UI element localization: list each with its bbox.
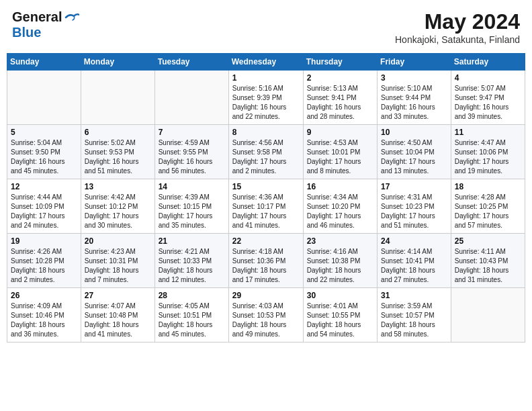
day-info: Sunrise: 4:28 AM Sunset: 10:25 PM Daylig… bbox=[455, 193, 521, 230]
calendar-cell: 24Sunrise: 4:14 AM Sunset: 10:41 PM Dayl… bbox=[378, 234, 451, 288]
calendar-cell: 4Sunrise: 5:07 AM Sunset: 9:47 PM Daylig… bbox=[451, 71, 525, 125]
calendar-table: SundayMondayTuesdayWednesdayThursdayFrid… bbox=[7, 53, 525, 342]
day-info: Sunrise: 4:44 AM Sunset: 10:09 PM Daylig… bbox=[11, 193, 77, 230]
day-number: 17 bbox=[381, 182, 447, 191]
day-info: Sunrise: 5:10 AM Sunset: 9:44 PM Dayligh… bbox=[381, 84, 447, 122]
calendar-week-row: 12Sunrise: 4:44 AM Sunset: 10:09 PM Dayl… bbox=[7, 179, 525, 234]
location: Honkajoki, Satakunta, Finland bbox=[395, 34, 520, 45]
day-number: 23 bbox=[307, 236, 373, 246]
day-number: 15 bbox=[232, 182, 300, 191]
day-info: Sunrise: 4:53 AM Sunset: 10:01 PM Daylig… bbox=[307, 138, 373, 176]
day-number: 28 bbox=[159, 291, 225, 300]
day-info: Sunrise: 4:01 AM Sunset: 10:55 PM Daylig… bbox=[307, 302, 373, 339]
calendar-cell: 8Sunrise: 4:56 AM Sunset: 9:58 PM Daylig… bbox=[228, 125, 303, 179]
day-number: 3 bbox=[381, 73, 447, 83]
day-number: 2 bbox=[307, 73, 373, 83]
calendar-week-row: 26Sunrise: 4:09 AM Sunset: 10:46 PM Dayl… bbox=[7, 288, 525, 342]
calendar-cell: 31Sunrise: 3:59 AM Sunset: 10:57 PM Dayl… bbox=[378, 288, 451, 342]
calendar-cell: 27Sunrise: 4:07 AM Sunset: 10:48 PM Dayl… bbox=[81, 288, 154, 342]
calendar-cell: 3Sunrise: 5:10 AM Sunset: 9:44 PM Daylig… bbox=[378, 71, 451, 125]
day-info: Sunrise: 4:07 AM Sunset: 10:48 PM Daylig… bbox=[85, 302, 151, 339]
logo: General Blue bbox=[12, 9, 79, 40]
day-info: Sunrise: 4:42 AM Sunset: 10:12 PM Daylig… bbox=[85, 193, 151, 230]
calendar-week-row: 5Sunrise: 5:04 AM Sunset: 9:50 PM Daylig… bbox=[7, 125, 525, 179]
calendar-cell: 2Sunrise: 5:13 AM Sunset: 9:41 PM Daylig… bbox=[303, 71, 377, 125]
calendar-cell: 9Sunrise: 4:53 AM Sunset: 10:01 PM Dayli… bbox=[303, 125, 377, 179]
calendar-week-row: 1Sunrise: 5:16 AM Sunset: 9:39 PM Daylig… bbox=[7, 71, 525, 125]
calendar-week-row: 19Sunrise: 4:26 AM Sunset: 10:28 PM Dayl… bbox=[7, 234, 525, 288]
logo-text-general: General bbox=[12, 9, 62, 25]
day-number: 1 bbox=[232, 73, 300, 83]
day-info: Sunrise: 4:05 AM Sunset: 10:51 PM Daylig… bbox=[159, 302, 225, 339]
calendar-cell: 6Sunrise: 5:02 AM Sunset: 9:53 PM Daylig… bbox=[81, 125, 154, 179]
day-number: 13 bbox=[85, 182, 151, 191]
day-number: 7 bbox=[159, 128, 225, 137]
month-title: May 2024 bbox=[395, 9, 520, 34]
weekday-header: Sunday bbox=[7, 54, 81, 71]
calendar-cell: 19Sunrise: 4:26 AM Sunset: 10:28 PM Dayl… bbox=[7, 234, 81, 288]
calendar-cell: 30Sunrise: 4:01 AM Sunset: 10:55 PM Dayl… bbox=[303, 288, 377, 342]
day-number: 5 bbox=[11, 128, 77, 137]
day-number: 31 bbox=[381, 291, 447, 300]
calendar-cell: 23Sunrise: 4:16 AM Sunset: 10:38 PM Dayl… bbox=[303, 234, 377, 288]
day-info: Sunrise: 4:14 AM Sunset: 10:41 PM Daylig… bbox=[381, 247, 447, 285]
calendar-cell: 12Sunrise: 4:44 AM Sunset: 10:09 PM Dayl… bbox=[7, 179, 81, 234]
day-number: 16 bbox=[307, 182, 373, 191]
calendar-cell: 15Sunrise: 4:36 AM Sunset: 10:17 PM Dayl… bbox=[228, 179, 303, 234]
calendar-cell: 5Sunrise: 5:04 AM Sunset: 9:50 PM Daylig… bbox=[7, 125, 81, 179]
day-info: Sunrise: 5:16 AM Sunset: 9:39 PM Dayligh… bbox=[232, 84, 300, 122]
day-info: Sunrise: 4:31 AM Sunset: 10:23 PM Daylig… bbox=[381, 193, 447, 230]
day-info: Sunrise: 3:59 AM Sunset: 10:57 PM Daylig… bbox=[381, 302, 447, 339]
calendar-cell: 11Sunrise: 4:47 AM Sunset: 10:06 PM Dayl… bbox=[451, 125, 525, 179]
day-info: Sunrise: 4:21 AM Sunset: 10:33 PM Daylig… bbox=[159, 247, 225, 285]
calendar-cell: 28Sunrise: 4:05 AM Sunset: 10:51 PM Dayl… bbox=[154, 288, 228, 342]
day-number: 30 bbox=[307, 291, 373, 300]
day-info: Sunrise: 4:03 AM Sunset: 10:53 PM Daylig… bbox=[232, 302, 300, 339]
day-number: 26 bbox=[11, 291, 77, 300]
day-number: 27 bbox=[85, 291, 151, 300]
day-info: Sunrise: 5:02 AM Sunset: 9:53 PM Dayligh… bbox=[85, 138, 151, 176]
day-info: Sunrise: 4:11 AM Sunset: 10:43 PM Daylig… bbox=[455, 247, 521, 285]
day-number: 14 bbox=[159, 182, 225, 191]
day-number: 29 bbox=[232, 291, 300, 300]
day-info: Sunrise: 4:23 AM Sunset: 10:31 PM Daylig… bbox=[85, 247, 151, 285]
day-info: Sunrise: 4:36 AM Sunset: 10:17 PM Daylig… bbox=[232, 193, 300, 230]
calendar-cell: 1Sunrise: 5:16 AM Sunset: 9:39 PM Daylig… bbox=[228, 71, 303, 125]
weekday-header: Wednesday bbox=[228, 54, 303, 71]
day-number: 4 bbox=[455, 73, 521, 83]
weekday-header: Friday bbox=[378, 54, 451, 71]
calendar-cell: 10Sunrise: 4:50 AM Sunset: 10:04 PM Dayl… bbox=[378, 125, 451, 179]
weekday-header: Thursday bbox=[303, 54, 377, 71]
day-number: 20 bbox=[85, 236, 151, 246]
weekday-header: Tuesday bbox=[154, 54, 228, 71]
day-number: 19 bbox=[11, 236, 77, 246]
logo-bird-icon bbox=[64, 12, 79, 23]
day-number: 21 bbox=[159, 236, 225, 246]
day-number: 10 bbox=[381, 128, 447, 137]
day-info: Sunrise: 5:04 AM Sunset: 9:50 PM Dayligh… bbox=[11, 138, 77, 176]
calendar-cell: 13Sunrise: 4:42 AM Sunset: 10:12 PM Dayl… bbox=[81, 179, 154, 234]
calendar-cell bbox=[154, 71, 228, 125]
day-info: Sunrise: 4:09 AM Sunset: 10:46 PM Daylig… bbox=[11, 302, 77, 339]
day-info: Sunrise: 4:34 AM Sunset: 10:20 PM Daylig… bbox=[307, 193, 373, 230]
day-info: Sunrise: 4:59 AM Sunset: 9:55 PM Dayligh… bbox=[159, 138, 225, 176]
calendar-cell: 14Sunrise: 4:39 AM Sunset: 10:15 PM Dayl… bbox=[154, 179, 228, 234]
logo-text-blue: Blue bbox=[12, 25, 41, 40]
calendar-cell: 18Sunrise: 4:28 AM Sunset: 10:25 PM Dayl… bbox=[451, 179, 525, 234]
day-info: Sunrise: 4:56 AM Sunset: 9:58 PM Dayligh… bbox=[232, 138, 300, 176]
day-number: 6 bbox=[85, 128, 151, 137]
calendar-cell bbox=[451, 288, 525, 342]
title-area: May 2024 Honkajoki, Satakunta, Finland bbox=[395, 9, 520, 45]
day-info: Sunrise: 5:13 AM Sunset: 9:41 PM Dayligh… bbox=[307, 84, 373, 122]
day-number: 24 bbox=[381, 236, 447, 246]
day-number: 12 bbox=[11, 182, 77, 191]
calendar-cell: 16Sunrise: 4:34 AM Sunset: 10:20 PM Dayl… bbox=[303, 179, 377, 234]
calendar-cell: 29Sunrise: 4:03 AM Sunset: 10:53 PM Dayl… bbox=[228, 288, 303, 342]
calendar-cell: 25Sunrise: 4:11 AM Sunset: 10:43 PM Dayl… bbox=[451, 234, 525, 288]
day-number: 22 bbox=[232, 236, 300, 246]
day-info: Sunrise: 4:47 AM Sunset: 10:06 PM Daylig… bbox=[455, 138, 521, 176]
day-number: 9 bbox=[307, 128, 373, 137]
day-number: 25 bbox=[455, 236, 521, 246]
day-info: Sunrise: 4:50 AM Sunset: 10:04 PM Daylig… bbox=[381, 138, 447, 176]
calendar-cell: 7Sunrise: 4:59 AM Sunset: 9:55 PM Daylig… bbox=[154, 125, 228, 179]
